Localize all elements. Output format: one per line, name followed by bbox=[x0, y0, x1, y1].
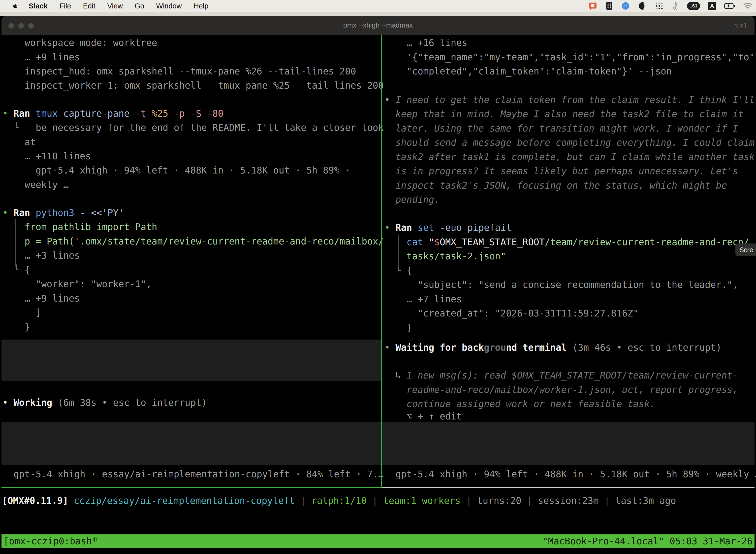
terminal-text-segment: readme-and-reco/mailbox/worker-1.json, a… bbox=[384, 384, 738, 395]
terminal-text-segment: | bbox=[599, 495, 615, 506]
screenshot-tooltip: Scre bbox=[736, 243, 756, 257]
terminal-text-segment: inspect_hud: omx sparkshell --tmux-pane … bbox=[2, 66, 356, 77]
terminal-text-segment: [OMX#0.11.9] bbox=[2, 495, 68, 506]
terminal-text-segment: last:3m ago bbox=[615, 495, 676, 506]
right-pane-terminal-line: • Waiting for background terminal (3m 46… bbox=[384, 342, 721, 353]
tree-guide-line bbox=[15, 219, 16, 267]
menu-item-edit[interactable]: Edit bbox=[83, 2, 96, 10]
tmux-session-tab[interactable]: [omx-cczip0:bash* bbox=[3, 536, 98, 547]
terminal-text-segment: I need to get the claim token from the c… bbox=[396, 95, 755, 105]
count-badge-icon[interactable]: ..61 bbox=[687, 2, 700, 10]
left-pane-terminal-line: "worker": "worker-1", bbox=[2, 278, 151, 290]
right-pane-terminal-line: • I need to get the claim token from the… bbox=[384, 94, 755, 106]
left-pane-terminal-line: ] bbox=[2, 307, 41, 319]
terminal-text-segment: OMX_TEAM_STATE_ROOT bbox=[440, 237, 545, 247]
battery-icon[interactable] bbox=[724, 3, 735, 9]
terminal-text-segment: "completed","claim_token":"claim-token"}… bbox=[384, 66, 672, 77]
menu-item-window[interactable]: Window bbox=[156, 2, 182, 10]
terminal-text-segment: task2 after task1 is complete, but can I… bbox=[384, 152, 755, 162]
right-pane-terminal-line: … +16 lines bbox=[384, 37, 467, 49]
apple-menu-icon[interactable] bbox=[11, 2, 18, 9]
terminal-text-segment: └ bbox=[384, 265, 406, 276]
terminal-text-segment: tasks/task-2.json bbox=[406, 251, 501, 262]
terminal-text-segment: "worker": "worker-1", bbox=[2, 279, 151, 289]
terminal-text-segment: { bbox=[406, 265, 412, 276]
right-bottom-border bbox=[382, 487, 755, 488]
left-bottom-border bbox=[1, 487, 381, 488]
chat-notification-icon[interactable] bbox=[588, 1, 597, 10]
menu-item-help[interactable]: Help bbox=[194, 2, 208, 10]
terminal-text-segment: '{"team_name":"my-team","task_id":"1","f… bbox=[384, 52, 756, 63]
right-pane-terminal-line: continue assigned work or next feasible … bbox=[384, 398, 655, 410]
terminal-text-segment: | bbox=[521, 495, 538, 506]
window-title-bar[interactable]: omx --xhigh --madmax ⌥⌘1 bbox=[1, 16, 755, 35]
terminal-text-segment: should send a message before completing … bbox=[384, 137, 755, 148]
terminal-text-segment: • bbox=[2, 108, 14, 119]
terminal-text-segment: " bbox=[429, 237, 434, 247]
menu-item-app[interactable]: Slack bbox=[29, 2, 48, 10]
terminal-text-segment: -S bbox=[190, 108, 207, 119]
messenger-icon[interactable] bbox=[621, 1, 630, 10]
terminal-text-segment: … +7 lines bbox=[384, 294, 462, 304]
right-pane-terminal-line: is in progress? It seems likely but perh… bbox=[384, 166, 738, 177]
right-pane-terminal-line: readme-and-reco/mailbox/worker-1.json, a… bbox=[384, 384, 738, 396]
dots-grid-icon[interactable] bbox=[655, 1, 664, 10]
left-pane-terminal-line: at bbox=[2, 136, 36, 148]
right-pane-terminal-line: should send a message before completing … bbox=[384, 137, 755, 149]
right-pane-terminal-line: … +7 lines bbox=[384, 294, 462, 305]
menu-item-file[interactable]: File bbox=[60, 2, 71, 10]
terminal-text-segment: Ran bbox=[14, 108, 36, 119]
terminal-text-segment: workspace_mode: worktree bbox=[2, 38, 157, 48]
menu-item-view[interactable]: View bbox=[107, 2, 123, 10]
left-pane-terminal-line: } bbox=[2, 321, 30, 333]
terminal-text-segment: nd terminal bbox=[506, 342, 572, 353]
terminal-text-segment: -p bbox=[174, 108, 190, 119]
menu-item-go[interactable]: Go bbox=[135, 2, 144, 10]
keypad-icon[interactable] bbox=[605, 1, 613, 10]
left-pane-terminal-line: • Working (6m 38s • esc to interrupt) bbox=[2, 397, 207, 408]
terminal-text-segment: continue assigned work or next feasible … bbox=[384, 399, 655, 409]
terminal-text-segment: -80 bbox=[207, 108, 224, 119]
crescent-icon[interactable] bbox=[638, 1, 647, 10]
terminal-text-segment: is in progress? It seems likely but perh… bbox=[384, 166, 738, 176]
terminal-text-segment: pending. bbox=[384, 195, 440, 205]
left-pane-terminal-line: inspect_hud: omx sparkshell --tmux-pane … bbox=[2, 66, 356, 77]
terminal-text-segment: Waiting for back bbox=[396, 342, 484, 353]
terminal-text-segment: session:23m bbox=[538, 495, 599, 506]
menu-status-icons: ..61 A bbox=[588, 0, 753, 12]
terminal-text-segment: - bbox=[80, 208, 91, 218]
left-pane-terminal-line: p = Path('.omx/state/team/review-current… bbox=[2, 236, 384, 247]
terminal-text-segment: -t bbox=[135, 108, 152, 119]
terminal-text-segment: inspect_worker-1: omx sparkshell --tmux-… bbox=[2, 80, 384, 91]
left-pane-terminal-line: • Ran tmux capture-pane -t %25 -p -S -80 bbox=[2, 108, 224, 119]
terminal-text-segment: Ran bbox=[396, 222, 418, 233]
right-pane-terminal-line: keep that in mind. Maybe I also need the… bbox=[384, 108, 744, 120]
terminal-text-segment: … +16 lines bbox=[384, 38, 467, 48]
left-pane-terminal-line: … +9 lines bbox=[2, 52, 80, 63]
terminal-text-segment: be necessary for the end of the README. … bbox=[36, 122, 384, 133]
left-pane-prompt-input-area[interactable] bbox=[1, 422, 381, 465]
terminal-text-segment: cczip/essay/ai-reimplementation-copyleft bbox=[74, 495, 295, 506]
wifi-icon[interactable] bbox=[743, 2, 753, 10]
terminal-text-segment bbox=[384, 237, 406, 247]
screenshot-tooltip-label: Scre bbox=[739, 246, 753, 254]
menu-bar: Slack File Edit View Go Window Help ..61… bbox=[0, 0, 756, 12]
omx-status-line: [OMX#0.11.9] cczip/essay/ai-reimplementa… bbox=[2, 495, 676, 507]
terminal-text-segment: /team/review-current-readme-and-reco/ bbox=[545, 237, 749, 247]
terminal-text-segment: • bbox=[2, 208, 14, 218]
terminal-text-segment: $ bbox=[434, 237, 440, 247]
right-pane-terminal-line: later. Using the same for transition mig… bbox=[384, 123, 738, 134]
terminal-text-segment: | bbox=[295, 495, 312, 506]
terminal-text-segment: cat bbox=[406, 237, 429, 247]
tmux-status-bar: [omx-cczip0:bash* "MacBook-Pro-44.local"… bbox=[1, 535, 755, 548]
dragon-icon[interactable] bbox=[672, 1, 679, 11]
terminal-text-segment: "created_at": "2026-03-31T11:59:27.816Z" bbox=[384, 308, 639, 319]
terminal-text-segment: (6m 38s • esc to interrupt) bbox=[58, 397, 207, 408]
terminal-text-segment: set bbox=[418, 222, 440, 233]
right-pane-prompt-input-area[interactable] bbox=[382, 422, 755, 465]
terminal-text-segment: Ran bbox=[14, 208, 36, 218]
input-source-icon[interactable]: A bbox=[708, 2, 716, 10]
terminal-text-segment: } bbox=[2, 322, 30, 332]
terminal-text-segment: • bbox=[384, 95, 396, 105]
right-pane-terminal-line: task2 after task1 is complete, but can I… bbox=[384, 151, 755, 163]
